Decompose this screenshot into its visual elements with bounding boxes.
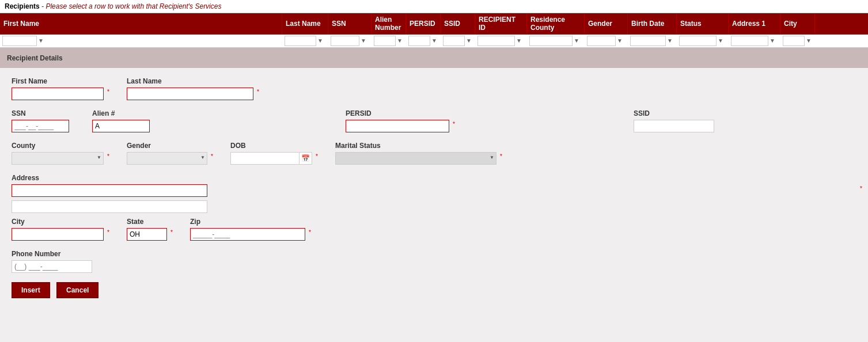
form-group-lastname: Last Name * xyxy=(127,77,253,100)
gender-select[interactable] xyxy=(127,152,207,165)
col-header-address1: Address 1 xyxy=(729,13,780,35)
filter-cell-firstname: ▼ xyxy=(0,35,282,47)
filter-cell-persid: ▼ xyxy=(406,35,441,47)
zip-input[interactable] xyxy=(190,228,305,241)
filter-input-recipid[interactable] xyxy=(477,36,515,46)
recipient-details-section: Recipient Details First Name * Last Name… xyxy=(0,48,868,307)
filter-input-persid[interactable] xyxy=(408,36,430,46)
form-group-zip: Zip * xyxy=(190,218,305,241)
col-header-persid: PERSID xyxy=(406,13,441,35)
state-input[interactable] xyxy=(127,228,167,241)
zip-required-star: * xyxy=(309,229,311,235)
insert-button[interactable]: Insert xyxy=(12,282,50,298)
dob-field-wrapper: 📅 * xyxy=(230,152,312,165)
dob-label: DOB xyxy=(230,142,312,150)
form-group-ssn: SSN xyxy=(12,109,69,132)
filter-cell-rescounty: ▼ xyxy=(527,35,585,47)
alien-field-wrapper xyxy=(92,120,150,132)
page-subtitle: - Please select a row to work with that … xyxy=(41,2,221,10)
filter-input-gender[interactable] xyxy=(587,36,616,46)
filter-btn-address1[interactable]: ▼ xyxy=(768,37,776,44)
alien-input[interactable] xyxy=(92,120,150,132)
filter-btn-firstname[interactable]: ▼ xyxy=(37,37,45,44)
marital-status-label: Marital Status xyxy=(335,142,496,150)
gender-required-star: * xyxy=(211,153,213,159)
phone-input[interactable] xyxy=(12,260,92,273)
address1-field-wrapper: * xyxy=(12,184,856,197)
firstname-input[interactable] xyxy=(12,88,104,100)
filter-btn-alien[interactable]: ▼ xyxy=(396,37,404,44)
address2-input[interactable] xyxy=(12,200,207,213)
filter-btn-ssid[interactable]: ▼ xyxy=(465,37,473,44)
ssn-field-wrapper xyxy=(12,120,69,132)
form-group-firstname: First Name * xyxy=(12,77,104,100)
filter-btn-birthdate[interactable]: ▼ xyxy=(666,37,674,44)
county-select[interactable] xyxy=(12,152,104,165)
filter-input-ssn[interactable] xyxy=(331,36,359,46)
persid-label: PERSID xyxy=(346,109,449,117)
col-header-birthdate: Birth Date xyxy=(628,13,677,35)
gender-select-wrapper xyxy=(127,152,207,165)
persid-input[interactable] xyxy=(346,120,449,132)
filter-btn-rescounty[interactable]: ▼ xyxy=(573,37,581,44)
dob-input[interactable] xyxy=(230,152,300,165)
grid-header-row: First Name Last Name SSN Alien Number PE… xyxy=(0,13,868,35)
filter-btn-lastname[interactable]: ▼ xyxy=(316,37,324,44)
marital-select-wrapper xyxy=(335,152,496,165)
county-label: County xyxy=(12,142,104,150)
filter-cell-status: ▼ xyxy=(677,35,729,47)
filter-input-lastname[interactable] xyxy=(285,36,316,46)
city-required-star: * xyxy=(107,229,109,235)
filter-input-status[interactable] xyxy=(679,36,717,46)
filter-btn-ssn[interactable]: ▼ xyxy=(359,37,367,44)
filter-input-address1[interactable] xyxy=(731,36,768,46)
filter-cell-lastname: ▼ xyxy=(282,35,328,47)
calendar-button[interactable]: 📅 xyxy=(300,152,312,165)
filter-input-city[interactable] xyxy=(783,36,805,46)
form-row-demographics: County * Gender xyxy=(12,142,856,165)
address1-input[interactable] xyxy=(12,184,207,197)
filter-input-birthdate[interactable] xyxy=(630,36,666,46)
filter-btn-city[interactable]: ▼ xyxy=(805,37,813,44)
page-header: Recipients - Please select a row to work… xyxy=(0,0,868,13)
filter-btn-persid[interactable]: ▼ xyxy=(430,37,438,44)
filter-input-ssid[interactable] xyxy=(443,36,465,46)
firstname-required-star: * xyxy=(107,89,109,95)
gender-label: Gender xyxy=(127,142,207,150)
filter-input-firstname[interactable] xyxy=(2,36,37,46)
state-required-star: * xyxy=(170,229,173,235)
form-group-gender: Gender * xyxy=(127,142,207,165)
filter-btn-recipid[interactable]: ▼ xyxy=(515,37,523,44)
marital-status-select[interactable] xyxy=(335,152,496,165)
form-group-state: State * xyxy=(127,218,167,241)
recipients-grid: First Name Last Name SSN Alien Number PE… xyxy=(0,13,868,48)
filter-btn-gender[interactable]: ▼ xyxy=(616,37,624,44)
filter-cell-gender: ▼ xyxy=(585,35,628,47)
city-label: City xyxy=(12,218,104,226)
col-header-ssn: SSN xyxy=(328,13,372,35)
filter-cell-ssid: ▼ xyxy=(441,35,475,47)
col-header-rescounty: Residence County xyxy=(527,13,585,35)
city-input[interactable] xyxy=(12,228,104,241)
dob-required-star: * xyxy=(316,153,318,159)
form-group-city: City * xyxy=(12,218,104,241)
ssn-input[interactable] xyxy=(12,120,69,132)
filter-btn-status[interactable]: ▼ xyxy=(717,37,725,44)
ssn-label: SSN xyxy=(12,109,69,117)
firstname-field-wrapper: * xyxy=(12,88,104,100)
lastname-input[interactable] xyxy=(127,88,253,100)
county-field-wrapper: * xyxy=(12,152,104,165)
form-group-dob: DOB 📅 * xyxy=(230,142,312,165)
filter-input-rescounty[interactable] xyxy=(529,36,573,46)
filter-input-alien[interactable] xyxy=(374,36,396,46)
form-row-address2: City * State * Zip * xyxy=(12,218,856,241)
filter-cell-birthdate: ▼ xyxy=(628,35,677,47)
form-group-phone: Phone Number xyxy=(12,250,856,273)
cancel-button[interactable]: Cancel xyxy=(56,282,98,298)
filter-cell-city: ▼ xyxy=(780,35,815,47)
recipient-details-form: First Name * Last Name * SSN xyxy=(0,68,868,307)
ssid-label: SSID xyxy=(634,109,714,117)
ssid-input[interactable] xyxy=(634,120,714,132)
form-group-county: County * xyxy=(12,142,104,165)
col-header-firstname: First Name xyxy=(0,13,282,35)
